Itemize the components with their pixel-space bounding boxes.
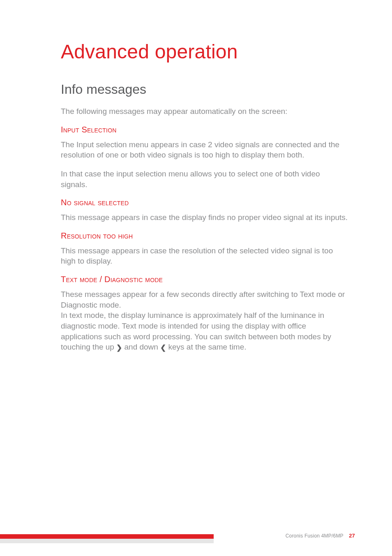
footer-text: Coronis Fusion 4MP/6MP 27 xyxy=(286,533,355,539)
down-key-icon: ❮ xyxy=(160,344,166,351)
content-area: Advanced operation Info messages The fol… xyxy=(61,40,348,357)
section-heading: Info messages xyxy=(61,82,348,97)
footer-red-bar xyxy=(0,534,214,539)
text-mode-line1: These messages appear for a few seconds … xyxy=(61,290,345,309)
up-key-icon: ❯ xyxy=(116,344,122,351)
page-title: Advanced operation xyxy=(61,40,348,63)
footer: Coronis Fusion 4MP/6MP 27 xyxy=(0,530,392,539)
footer-product: Coronis Fusion 4MP/6MP xyxy=(286,533,344,539)
heading-no-signal: No signal selected xyxy=(61,198,348,207)
text-mode-paragraph: These messages appear for a few seconds … xyxy=(61,289,348,352)
heading-resolution-too-high: Resolution too high xyxy=(61,231,348,241)
input-selection-p1: The Input selection menu appears in case… xyxy=(61,139,348,160)
document-page: Advanced operation Info messages The fol… xyxy=(0,0,392,556)
no-signal-p1: This message appears in case the display… xyxy=(61,212,348,223)
input-selection-p2: In that case the input selection menu al… xyxy=(61,169,348,190)
block-text-mode: Text mode / Diagnostic mode These messag… xyxy=(61,275,348,352)
text-mode-part-c: keys at the same time. xyxy=(168,343,246,351)
intro-paragraph: The following messages may appear automa… xyxy=(61,106,348,117)
text-mode-part-b: and down xyxy=(125,343,161,351)
block-no-signal: No signal selected This message appears … xyxy=(61,198,348,223)
resolution-too-high-p1: This message appears in case the resolut… xyxy=(61,246,348,266)
heading-input-selection: Input Selection xyxy=(61,125,348,134)
block-resolution-too-high: Resolution too high This message appears… xyxy=(61,231,348,266)
page-number: 27 xyxy=(349,533,355,539)
footer-gray-bar xyxy=(0,539,214,543)
block-input-selection: Input Selection The Input selection menu… xyxy=(61,125,348,190)
heading-text-diagnostic-mode: Text mode / Diagnostic mode xyxy=(61,275,348,284)
